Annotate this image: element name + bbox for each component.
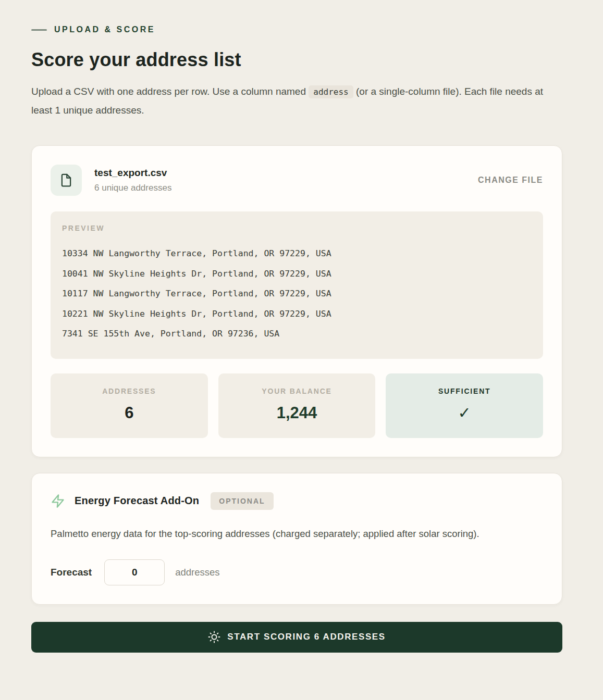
preview-box: PREVIEW 10334 NW Langworthy Terrace, Por… — [51, 211, 543, 359]
address-code-chip: address — [309, 85, 353, 98]
preview-address-row: 10221 NW Skyline Heights Dr, Portland, O… — [62, 304, 532, 324]
sun-icon — [208, 631, 220, 643]
stat-addresses-label: ADDRESSES — [56, 387, 203, 395]
stat-addresses: ADDRESSES 6 — [51, 373, 208, 438]
stat-sufficient-label: SUFFICIENT — [391, 387, 538, 395]
intro-paragraph: Upload a CSV with one address per row. U… — [31, 82, 552, 119]
stats-row: ADDRESSES 6 YOUR BALANCE 1,244 SUFFICIEN… — [51, 373, 543, 438]
addon-description: Palmetto energy data for the top-scoring… — [51, 524, 530, 543]
stat-balance: YOUR BALANCE 1,244 — [218, 373, 376, 438]
eyebrow-dash — [31, 29, 47, 31]
stat-sufficient: SUFFICIENT ✓ — [386, 373, 543, 438]
preview-lines: 10334 NW Langworthy Terrace, Portland, O… — [62, 244, 532, 344]
forecast-row: Forecast addresses — [51, 559, 543, 585]
preview-label: PREVIEW — [62, 224, 532, 232]
file-row: test_export.csv 6 unique addresses CHANG… — [51, 165, 543, 196]
eyebrow-label: UPLOAD & SCORE — [54, 25, 155, 34]
start-scoring-button[interactable]: START SCORING 6 ADDRESSES — [31, 622, 562, 653]
change-file-button[interactable]: CHANGE FILE — [478, 176, 543, 185]
file-name: test_export.csv — [94, 167, 171, 179]
file-info: test_export.csv 6 unique addresses — [94, 167, 171, 193]
forecast-suffix: addresses — [175, 567, 219, 578]
page-title: Score your address list — [31, 49, 562, 71]
file-icon — [58, 172, 74, 188]
intro-text-before: Upload a CSV with one address per row. U… — [31, 86, 306, 97]
stat-addresses-value: 6 — [56, 404, 203, 422]
file-meta: 6 unique addresses — [94, 183, 171, 193]
addon-header: Energy Forecast Add-On OPTIONAL — [51, 492, 543, 510]
zap-icon — [51, 494, 65, 508]
file-icon-box — [51, 165, 82, 196]
addon-title: Energy Forecast Add-On — [75, 495, 199, 507]
stat-balance-value: 1,244 — [224, 404, 371, 422]
main-content: UPLOAD & SCORE Score your address list U… — [31, 0, 562, 653]
optional-badge: OPTIONAL — [211, 492, 273, 510]
section-eyebrow: UPLOAD & SCORE — [31, 25, 562, 34]
check-icon: ✓ — [391, 404, 538, 422]
start-scoring-button-label: START SCORING 6 ADDRESSES — [227, 632, 386, 642]
preview-address-row: 7341 SE 155th Ave, Portland, OR 97236, U… — [62, 324, 532, 344]
forecast-count-input[interactable] — [104, 559, 165, 585]
stat-balance-label: YOUR BALANCE — [224, 387, 371, 395]
forecast-label: Forecast — [51, 567, 92, 578]
preview-address-row: 10334 NW Langworthy Terrace, Portland, O… — [62, 244, 532, 264]
preview-address-row: 10117 NW Langworthy Terrace, Portland, O… — [62, 284, 532, 304]
preview-address-row: 10041 NW Skyline Heights Dr, Portland, O… — [62, 264, 532, 284]
upload-card: test_export.csv 6 unique addresses CHANG… — [31, 145, 562, 457]
addon-card: Energy Forecast Add-On OPTIONAL Palmetto… — [31, 473, 562, 605]
